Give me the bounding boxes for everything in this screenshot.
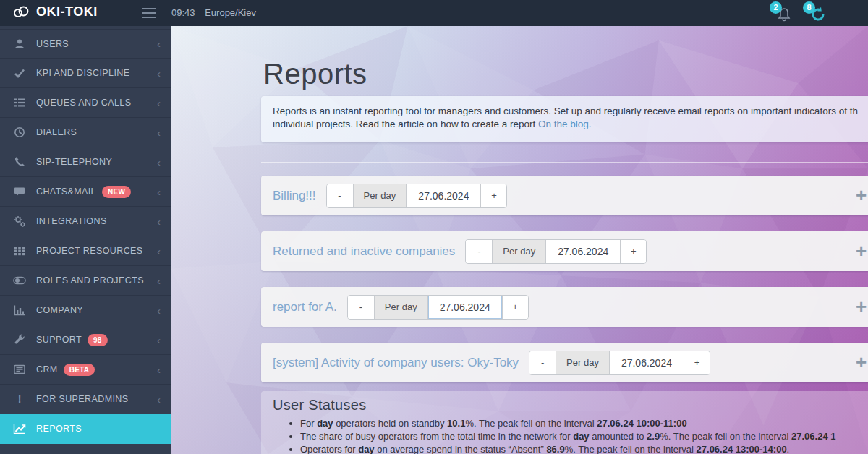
sidebar-item-dialers[interactable]: DIALERS ‹ bbox=[0, 118, 171, 147]
sidebar-item-queues-and-calls[interactable]: QUEUES AND CALLS ‹ bbox=[0, 88, 171, 118]
sidebar-item-label: DIALERS bbox=[36, 127, 77, 137]
oki-toki-app: { "topbar": { "logo_text": "OKI-TOKI", "… bbox=[0, 0, 868, 454]
report-row-system-activity: [system] Activity of company users: Oky-… bbox=[261, 343, 868, 382]
cloud-logo-icon bbox=[12, 4, 30, 20]
period-control-group: - Per day 27.06.2024 + bbox=[347, 295, 529, 320]
sidebar-item-crm[interactable]: CRM BETA ‹ bbox=[0, 355, 171, 385]
period-decrease-button[interactable]: - bbox=[327, 184, 353, 207]
add-report-button[interactable]: + bbox=[856, 186, 867, 205]
status-bullet: Operators for day on average spend in th… bbox=[300, 443, 868, 454]
app-logo[interactable]: OKI-TOKI bbox=[12, 4, 98, 20]
check-icon bbox=[13, 67, 26, 80]
status-bullet-list: For day operators held on standby 10.1%.… bbox=[273, 417, 868, 454]
period-control-group: - Per day 27.06.2024 + bbox=[529, 351, 710, 375]
chevron-left-icon: ‹ bbox=[157, 187, 161, 197]
topbar: OKI-TOKI 09:43 Europe/Kiev 2 8 bbox=[0, 0, 868, 26]
clock-icon bbox=[13, 126, 26, 139]
period-increase-button[interactable]: + bbox=[480, 184, 506, 207]
sync-status-button[interactable]: 8 bbox=[804, 2, 829, 25]
period-increase-button[interactable]: + bbox=[620, 240, 646, 263]
period-decrease-button[interactable]: - bbox=[466, 240, 492, 263]
sidebar-item-label: SIP-TELEPHONY bbox=[36, 157, 112, 167]
bar-chart-icon bbox=[13, 304, 26, 317]
period-increase-button[interactable]: + bbox=[684, 351, 710, 374]
date-field[interactable]: 27.06.2024 bbox=[545, 240, 620, 263]
sidebar-item-label: FOR SUPERADMINS bbox=[36, 394, 129, 404]
menu-toggle-icon[interactable] bbox=[142, 8, 156, 18]
sidebar-item-project-resources[interactable]: PROJECT RESOURCES ‹ bbox=[0, 236, 171, 266]
sidebar-item-for-superadmins[interactable]: ! FOR SUPERADMINS ‹ bbox=[0, 385, 171, 414]
beta-badge: BETA bbox=[64, 364, 95, 376]
chevron-left-icon: ‹ bbox=[157, 216, 161, 227]
sidebar-item-integrations[interactable]: INTEGRATIONS ‹ bbox=[0, 207, 171, 236]
sidebar-item-label: CRM bbox=[36, 364, 58, 374]
sidebar-item-label: INTEGRATIONS bbox=[36, 216, 107, 226]
chevron-left-icon: ‹ bbox=[157, 127, 161, 138]
notifications-button[interactable]: 2 bbox=[771, 2, 796, 25]
blog-link[interactable]: On the blog bbox=[538, 119, 589, 129]
status-bullet: For day operators held on standby 10.1%.… bbox=[300, 417, 868, 429]
intro-line2: individual projects. Read the article on… bbox=[273, 118, 868, 131]
chevron-left-icon: ‹ bbox=[157, 305, 161, 316]
logo-text: OKI-TOKI bbox=[36, 4, 98, 20]
sidebar-item-sip-telephony[interactable]: SIP-TELEPHONY ‹ bbox=[0, 147, 171, 177]
intro-line1: Reports is an instant reporting tool for… bbox=[273, 105, 868, 118]
period-decrease-button[interactable]: - bbox=[529, 351, 556, 374]
section-divider bbox=[261, 162, 868, 163]
sync-badge: 8 bbox=[803, 1, 815, 14]
clock-timezone: 09:43 Europe/Kiev bbox=[171, 7, 256, 18]
user-statuses-heading: User Statuses bbox=[273, 397, 868, 414]
add-report-button[interactable]: + bbox=[856, 353, 867, 372]
intro-panel: Reports is an instant reporting tool for… bbox=[261, 96, 868, 142]
intro-line2-text: individual projects. Read the article on… bbox=[273, 119, 538, 129]
period-control-group: - Per day 27.06.2024 + bbox=[326, 184, 508, 208]
sidebar-item-label: PROJECT RESOURCES bbox=[36, 246, 143, 256]
report-row-report-for-a: report for A. - Per day 27.06.2024 + + bbox=[261, 287, 868, 327]
sidebar-item-label: QUEUES AND CALLS bbox=[36, 98, 131, 108]
sidebar-item-label: COMPANY bbox=[36, 305, 83, 315]
period-mode-button[interactable]: Per day bbox=[556, 351, 609, 374]
period-mode-button[interactable]: Per day bbox=[492, 240, 545, 263]
chevron-left-icon: ‹ bbox=[157, 335, 161, 346]
period-decrease-button[interactable]: - bbox=[348, 296, 374, 319]
sidebar-item-chats-mail[interactable]: CHATS&MAIL NEW ‹ bbox=[0, 177, 171, 207]
screen-icon bbox=[13, 363, 26, 376]
sidebar-item-support[interactable]: SUPPORT 98 ‹ bbox=[0, 325, 171, 355]
sidebar-item-kpi-and-discipline[interactable]: KPI AND DISCIPLINE ‹ bbox=[0, 59, 171, 88]
chevron-left-icon: ‹ bbox=[157, 246, 161, 257]
date-field[interactable]: 27.06.2024 bbox=[427, 296, 502, 319]
sidebar-item-label: SUPPORT bbox=[36, 335, 82, 345]
chat-bubble-icon bbox=[13, 185, 26, 198]
chevron-left-icon: ‹ bbox=[157, 157, 161, 168]
gears-icon bbox=[13, 215, 26, 228]
chevron-left-icon: ‹ bbox=[157, 68, 161, 79]
chevron-left-icon: ‹ bbox=[157, 38, 161, 49]
report-title[interactable]: [system] Activity of company users: Oky-… bbox=[273, 356, 519, 370]
wrench-icon bbox=[13, 333, 26, 346]
add-report-button[interactable]: + bbox=[856, 297, 867, 316]
exclamation-icon: ! bbox=[13, 393, 26, 406]
sidebar-item-label: KPI AND DISCIPLINE bbox=[36, 68, 129, 78]
period-mode-button[interactable]: Per day bbox=[374, 296, 427, 319]
period-mode-button[interactable]: Per day bbox=[353, 184, 407, 207]
chevron-left-icon: ‹ bbox=[157, 394, 161, 405]
sidebar-item-company[interactable]: COMPANY ‹ bbox=[0, 296, 171, 325]
new-badge: NEW bbox=[102, 186, 131, 198]
sidebar-nav: USERS ‹ KPI AND DISCIPLINE ‹ QUEUES AND … bbox=[0, 26, 171, 454]
sidebar-item-reports[interactable]: REPORTS bbox=[0, 414, 171, 444]
date-field[interactable]: 27.06.2024 bbox=[406, 184, 480, 207]
add-report-button[interactable]: + bbox=[856, 241, 867, 260]
date-field[interactable]: 27.06.2024 bbox=[609, 351, 684, 374]
intro-line2-period: . bbox=[589, 119, 592, 129]
period-increase-button[interactable]: + bbox=[502, 296, 528, 319]
sidebar-item-roles-and-projects[interactable]: ROLES AND PROJECTS ‹ bbox=[0, 266, 171, 296]
timezone-label: Europe/Kiev bbox=[205, 7, 256, 18]
report-title[interactable]: Returned and inactive companies bbox=[273, 244, 455, 259]
sidebar-item-label: CHATS&MAIL bbox=[36, 187, 96, 197]
user-statuses-panel: User Statuses For day operators held on … bbox=[261, 391, 868, 454]
report-title[interactable]: Billing!!! bbox=[273, 189, 316, 203]
report-title[interactable]: report for A. bbox=[273, 300, 337, 314]
current-time: 09:43 bbox=[171, 7, 195, 18]
user-icon bbox=[13, 38, 26, 51]
sidebar-item-users[interactable]: USERS ‹ bbox=[0, 29, 171, 59]
